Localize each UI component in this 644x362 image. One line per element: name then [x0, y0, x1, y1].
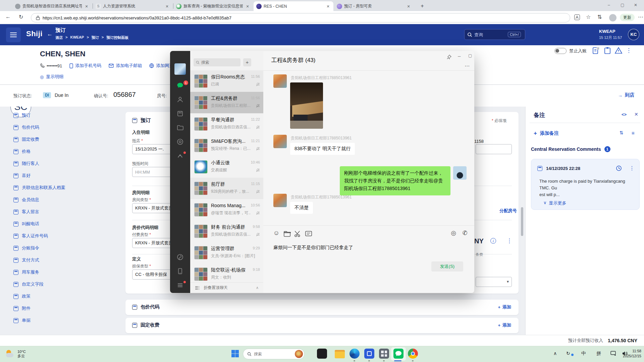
add-email-link[interactable]: 添加电子邮箱 — [109, 63, 142, 69]
wechat-channels-icon[interactable] — [176, 152, 184, 160]
browser-tab-2[interactable]: S 人力资源管理系统 ✕ — [93, 1, 172, 11]
own-avatar[interactable] — [453, 166, 467, 180]
chat-list-item[interactable]: SM&FO客房沟... 11:21 预定经理- Rena：已... — [190, 135, 263, 156]
chat-list-item[interactable]: 陆空联运-机场假... 9:18 周文：收到 — [190, 263, 263, 285]
edge-update-button[interactable]: 更新 — [620, 14, 635, 21]
window-maximize-button[interactable]: ▢ — [621, 3, 624, 7]
voice-call-icon[interactable]: ✆ — [461, 229, 469, 237]
sender-avatar[interactable] — [273, 74, 287, 88]
note-history-clock-icon[interactable] — [616, 165, 622, 171]
note-more-menu-icon[interactable]: ⋮ — [629, 165, 635, 171]
taskbar-search-box[interactable] — [243, 349, 305, 359]
profile-avatar[interactable] — [609, 14, 616, 21]
browser-tab-1[interactable]: 贵阳机场智选假日酒店系统网址导 ✕ — [12, 1, 92, 11]
notes-filter-icon[interactable]: ≡ — [632, 130, 635, 136]
sender-avatar[interactable] — [273, 194, 287, 207]
header-back-icon[interactable]: ← — [47, 31, 53, 38]
wechat-minimize-icon[interactable]: – — [458, 53, 461, 59]
chat-list-item[interactable]: 财务 前台沟通群 9:58 贵阳机场假日酒店值... — [190, 221, 263, 242]
read-aloud-icon[interactable]: A — [574, 14, 580, 20]
chat-history-icon[interactable] — [305, 230, 312, 238]
wechat-more-menu-icon[interactable] — [176, 282, 184, 289]
wechat-contacts-icon[interactable] — [176, 96, 184, 103]
collections-icon[interactable]: ⇅ — [597, 14, 602, 20]
wechat-search-box[interactable] — [194, 58, 240, 66]
taskbar-edge[interactable] — [350, 349, 360, 359]
main-scrollbar-track[interactable] — [521, 107, 524, 335]
screenshot-scissors-icon[interactable] — [294, 230, 302, 238]
wechat-maximize-icon[interactable]: ▢ — [468, 53, 472, 58]
tab-close-icon[interactable]: ✕ — [245, 4, 250, 9]
address-bar[interactable]: https://cn1.web.ep.shiji.world/reservati… — [31, 13, 570, 22]
taskbar-search-input[interactable] — [254, 352, 291, 356]
sidebar-item-policies[interactable]: 政策 — [13, 292, 31, 300]
browser-tab-5[interactable]: 预订 - 房型可卖 ✕ — [334, 1, 414, 11]
wechat-search-input[interactable] — [201, 60, 235, 65]
alerts-warning-icon[interactable] — [614, 47, 623, 55]
video-call-icon[interactable]: ◎ — [450, 229, 457, 237]
global-search[interactable]: Ctrl+/ — [464, 29, 525, 40]
add-mobile-link[interactable]: 添加手机号码 — [69, 63, 101, 69]
sidebar-item-attachments[interactable]: 附件 — [13, 304, 31, 312]
browser-tab-active[interactable]: RES - CHEN ✕ — [254, 1, 333, 11]
sidebar-item-reservation[interactable]: 预订 — [13, 111, 31, 119]
wechat-user-avatar[interactable] — [174, 63, 186, 75]
collapse-pinned-chats-bar[interactable]: 折叠置顶聊天 ∧ — [190, 282, 263, 293]
chat-list-item-selected[interactable]: 工程&房务群 11:56 贵阳机场假日工程部... — [190, 92, 263, 113]
wechat-phone-icon[interactable] — [176, 267, 184, 275]
tab-close-icon[interactable]: ✕ — [325, 4, 331, 9]
rate-more-menu-icon[interactable]: ⋮ — [506, 237, 512, 244]
taskbar-app-blue[interactable] — [364, 349, 374, 359]
taskbar-file-explorer[interactable] — [335, 349, 345, 359]
show-details-link[interactable]: ◎ 显示明细 — [40, 74, 63, 80]
browser-menu-icon[interactable]: ⋯ — [638, 14, 643, 20]
note-show-more-link[interactable]: ∨ 显示更多 — [543, 200, 567, 206]
breadcrumb-hotel[interactable]: 酒店 — [55, 35, 63, 40]
wechat-chats-icon[interactable] — [176, 82, 184, 89]
sidebar-item-car-service[interactable]: 用车服务 — [13, 268, 39, 276]
sidebar-item-linked-profiles[interactable]: 关联信息和联系人档案 — [13, 184, 65, 192]
conversation-more-icon[interactable]: ⋯ — [465, 63, 470, 69]
clipboard-icon[interactable] — [604, 47, 611, 55]
chat-list-item[interactable]: 前厅群 11:15 928房间的橙子，放... — [190, 178, 263, 199]
ime-mode-icon[interactable]: 拼 — [596, 351, 601, 357]
sidebar-item-accompanying-guests[interactable]: 随行客人 — [13, 160, 39, 168]
sidebar-item-custom-fields[interactable]: 自定义字段 — [13, 280, 44, 288]
no-post-toggle[interactable] — [554, 48, 567, 54]
tray-show-hidden-icon[interactable]: ∧ — [553, 351, 557, 356]
send-button[interactable]: 发送(S) — [431, 261, 463, 272]
send-file-folder-icon[interactable] — [283, 230, 291, 238]
wechat-new-chat-button[interactable]: + — [243, 58, 251, 66]
chat-list-item[interactable]: Rooms Manag... 10:56 @瑞雪 现在淡季，可... — [190, 199, 263, 221]
wechat-favorites-icon[interactable] — [176, 110, 184, 117]
sidebar-item-fixed-charges[interactable]: 固定收费 — [13, 135, 39, 143]
notes-sort-icon[interactable]: ⇅ — [620, 130, 624, 135]
sidebar-item-package-codes[interactable]: 包价代码 — [13, 123, 39, 131]
taskbar-app-grid[interactable] — [379, 349, 389, 359]
favorites-star-icon[interactable]: ☆ — [586, 14, 591, 20]
window-close-button[interactable]: ✕ — [634, 3, 637, 7]
user-avatar[interactable]: KC — [628, 29, 639, 40]
guest-more-menu-icon[interactable]: ⋮ — [626, 47, 632, 54]
wechat-miniprogram-icon[interactable] — [176, 253, 184, 261]
sidebar-item-wake-up-calls[interactable]: 叫醒电话 — [13, 220, 39, 228]
tray-network-icon[interactable] — [610, 351, 616, 356]
tray-clock[interactable]: 11:58 2025/12/15 — [623, 349, 641, 359]
wechat-moments-icon[interactable] — [176, 138, 184, 145]
browser-tab-3[interactable]: 旅客查询 - 紫楠旅馆业治安信息管 ✕ — [173, 1, 253, 11]
photo-message[interactable] — [290, 82, 323, 129]
refresh-icon[interactable]: ↻ — [19, 14, 23, 20]
chat-list-item[interactable]: 假日Rooms房态... 11:56 已调 — [190, 70, 263, 92]
sidebar-item-membership[interactable]: 会员信息 — [13, 196, 39, 204]
assign-room-link[interactable]: 分配房号 — [499, 208, 517, 214]
window-minimize-button[interactable]: – — [608, 3, 610, 7]
taskbar-weather-widget[interactable]: 10°C 多云 — [5, 349, 26, 359]
chat-list-item[interactable]: 小通云缴 10:46 交易提醒 — [190, 156, 263, 178]
sidebar-item-guest-id[interactable]: 客人证件号码 — [13, 232, 48, 240]
right-column-input[interactable] — [476, 144, 512, 154]
ime-language-icon[interactable]: 中 — [581, 351, 586, 357]
sidebar-item-guest-messages[interactable]: 客人留言 — [13, 208, 39, 216]
notes-count-icon[interactable]: 1 — [592, 47, 600, 55]
sender-avatar[interactable] — [273, 135, 287, 148]
chat-list-item[interactable]: 运营管理群 9:29 文员-张源涛-Eric：[图片] — [190, 242, 263, 263]
